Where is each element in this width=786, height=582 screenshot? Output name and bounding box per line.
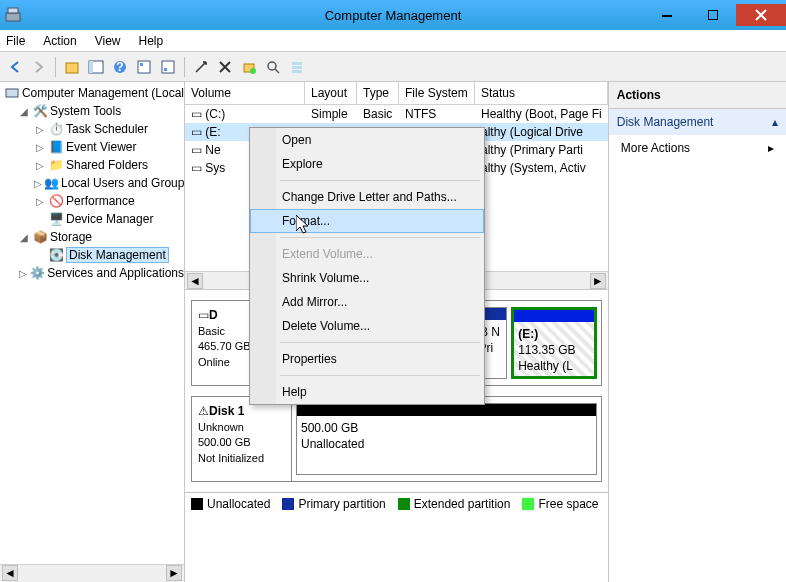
- partition[interactable]: (E:)113.35 GBHealthy (L: [511, 307, 597, 379]
- scroll-left-icon[interactable]: ◄: [2, 565, 18, 581]
- close-button[interactable]: [736, 4, 786, 26]
- disk-icon: ▭: [198, 308, 209, 322]
- tools-icon: 🛠️: [32, 103, 48, 119]
- drive-icon: ▭: [191, 143, 202, 157]
- maximize-button[interactable]: [690, 4, 736, 26]
- context-menu-item[interactable]: Change Drive Letter and Paths...: [250, 185, 484, 209]
- help-icon[interactable]: ?: [109, 56, 131, 78]
- navigation-tree: Computer Management (Local ◢🛠️System Too…: [0, 82, 185, 582]
- context-menu-item[interactable]: Format...: [250, 209, 484, 233]
- svg-rect-16: [292, 62, 302, 65]
- tool-delete-icon[interactable]: [214, 56, 236, 78]
- legend-item: Primary partition: [282, 497, 385, 511]
- disk-icon: 💽: [48, 247, 64, 263]
- svg-rect-9: [138, 61, 150, 73]
- event-icon: 📘: [48, 139, 64, 155]
- menu-bar: File Action View Help: [0, 30, 786, 52]
- context-menu-item[interactable]: Open: [250, 128, 484, 152]
- expand-icon[interactable]: ▷: [34, 178, 42, 189]
- tool-list-icon[interactable]: [286, 56, 308, 78]
- expand-icon[interactable]: ▷: [34, 124, 46, 135]
- scroll-left-icon[interactable]: ◄: [187, 273, 203, 289]
- actions-section[interactable]: Disk Management ▴: [609, 109, 786, 135]
- tool-search-icon[interactable]: [262, 56, 284, 78]
- computer-icon: [4, 85, 20, 101]
- actions-pane: Actions Disk Management ▴ More Actions ▸: [609, 82, 786, 582]
- context-menu: OpenExploreChange Drive Letter and Paths…: [249, 127, 485, 405]
- col-filesystem[interactable]: File System: [399, 82, 475, 104]
- scroll-right-icon[interactable]: ►: [166, 565, 182, 581]
- partition[interactable]: 500.00 GBUnallocated: [296, 403, 597, 475]
- perf-icon: 🚫: [48, 193, 64, 209]
- col-status[interactable]: Status: [475, 82, 608, 104]
- tree-shared-folders[interactable]: ▷📁Shared Folders: [0, 156, 184, 174]
- svg-rect-12: [164, 68, 167, 71]
- svg-point-14: [250, 68, 256, 74]
- scroll-right-icon[interactable]: ►: [590, 273, 606, 289]
- show-hide-tree-icon[interactable]: [85, 56, 107, 78]
- collapse-icon[interactable]: ◢: [18, 232, 30, 243]
- legend-item: Free space: [522, 497, 598, 511]
- drive-icon: ▭: [191, 161, 202, 175]
- col-type[interactable]: Type: [357, 82, 399, 104]
- drive-icon: ▭: [191, 125, 202, 139]
- tree-disk-management[interactable]: 💽Disk Management: [0, 246, 184, 264]
- col-volume[interactable]: Volume: [185, 82, 305, 104]
- tree-root[interactable]: Computer Management (Local: [0, 84, 184, 102]
- svg-rect-18: [292, 70, 302, 73]
- expand-icon[interactable]: ▷: [34, 142, 46, 153]
- expand-icon[interactable]: ▷: [34, 196, 46, 207]
- context-menu-item[interactable]: Properties: [250, 347, 484, 371]
- forward-button[interactable]: [28, 56, 50, 78]
- warn-icon: ⚠: [198, 404, 209, 418]
- expand-icon[interactable]: ▷: [18, 268, 28, 279]
- refresh-icon[interactable]: [157, 56, 179, 78]
- legend: UnallocatedPrimary partitionExtended par…: [185, 492, 608, 514]
- svg-rect-10: [140, 63, 143, 66]
- context-menu-item[interactable]: Explore: [250, 152, 484, 176]
- tool-rescan-icon[interactable]: [238, 56, 260, 78]
- tree-local-users[interactable]: ▷👥Local Users and Groups: [0, 174, 184, 192]
- up-icon[interactable]: [61, 56, 83, 78]
- tool-icon[interactable]: [190, 56, 212, 78]
- services-icon: ⚙️: [30, 265, 45, 281]
- tree-system-tools[interactable]: ◢🛠️System Tools: [0, 102, 184, 120]
- legend-item: Unallocated: [191, 497, 270, 511]
- svg-rect-0: [6, 13, 20, 21]
- properties-icon[interactable]: [133, 56, 155, 78]
- svg-point-15: [268, 62, 276, 70]
- context-menu-item[interactable]: Shrink Volume...: [250, 266, 484, 290]
- context-menu-item[interactable]: Add Mirror...: [250, 290, 484, 314]
- expand-icon[interactable]: ▷: [34, 160, 46, 171]
- folder-icon: 📁: [48, 157, 64, 173]
- tree-task-scheduler[interactable]: ▷⏱️Task Scheduler: [0, 120, 184, 138]
- actions-header: Actions: [609, 82, 786, 109]
- col-layout[interactable]: Layout: [305, 82, 357, 104]
- collapse-icon[interactable]: ◢: [18, 106, 30, 117]
- menu-action[interactable]: Action: [41, 33, 78, 49]
- menu-file[interactable]: File: [4, 33, 27, 49]
- tree-services-apps[interactable]: ▷⚙️Services and Applications: [0, 264, 184, 282]
- context-menu-item[interactable]: Help: [250, 380, 484, 404]
- volume-row[interactable]: ▭ (C:)SimpleBasicNTFSHealthy (Boot, Page…: [185, 105, 608, 123]
- tree-device-manager[interactable]: 🖥️Device Manager: [0, 210, 184, 228]
- toolbar: ?: [0, 52, 786, 82]
- svg-rect-3: [708, 10, 718, 20]
- actions-more[interactable]: More Actions ▸: [609, 135, 786, 161]
- storage-icon: 📦: [32, 229, 48, 245]
- disk-block: ⚠Disk 1Unknown500.00 GBNot Initialized50…: [191, 396, 602, 482]
- context-menu-item[interactable]: Delete Volume...: [250, 314, 484, 338]
- tree-scrollbar[interactable]: ◄ ►: [0, 564, 184, 582]
- collapse-icon[interactable]: ▴: [772, 115, 778, 129]
- tree-performance[interactable]: ▷🚫Performance: [0, 192, 184, 210]
- minimize-button[interactable]: [644, 4, 690, 26]
- context-menu-item: Extend Volume...: [250, 242, 484, 266]
- menu-help[interactable]: Help: [137, 33, 166, 49]
- svg-rect-4: [66, 63, 78, 73]
- tree-event-viewer[interactable]: ▷📘Event Viewer: [0, 138, 184, 156]
- menu-view[interactable]: View: [93, 33, 123, 49]
- tree-storage[interactable]: ◢📦Storage: [0, 228, 184, 246]
- back-button[interactable]: [4, 56, 26, 78]
- svg-text:?: ?: [116, 60, 123, 74]
- svg-rect-2: [662, 15, 672, 17]
